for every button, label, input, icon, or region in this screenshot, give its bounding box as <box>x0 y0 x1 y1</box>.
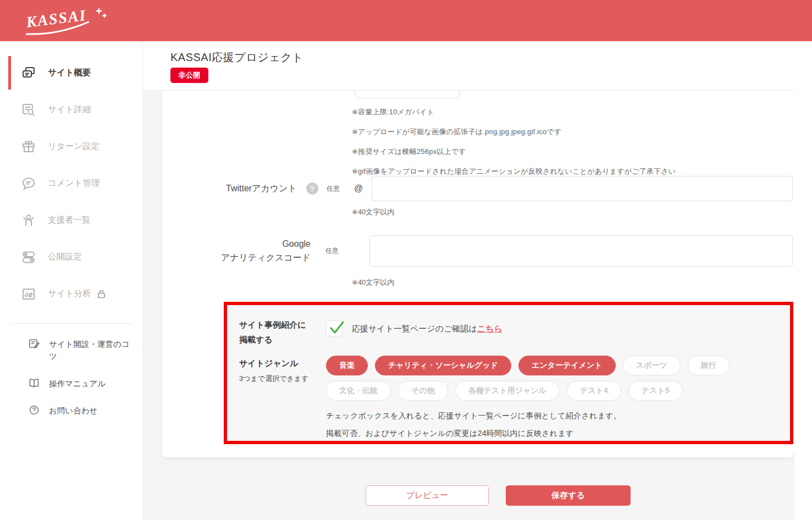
viewport-edge-strip <box>794 41 812 520</box>
sidebar-item-label: 操作マニュアル <box>49 378 131 390</box>
sidebar-item-site-analytics[interactable]: サイト分析 <box>0 275 142 312</box>
analytics-icon <box>20 286 37 302</box>
help-icon[interactable]: ? <box>306 182 318 195</box>
main-content: KASSAI応援プロジェクト 非公開 ※容量上限:10メガバイト※アップロードが… <box>143 41 812 520</box>
checkbox-caption: 応援サイト一覧ページのご確認はこちら <box>352 324 502 334</box>
google-analytics-row: Google アナリティクスコード 任意 <box>162 235 793 267</box>
sparkle-icon <box>97 9 106 17</box>
sidebar-item-return-settings[interactable]: リターン設定 <box>0 128 142 165</box>
google-analytics-note: ※40文字以内 <box>352 278 394 287</box>
upload-note: ※容量上限:10メガバイト <box>352 107 676 117</box>
sidebar-item-manual[interactable]: 操作マニュアル <box>0 378 142 390</box>
genre-pill[interactable]: その他 <box>398 381 448 401</box>
clipped-upload-field[interactable] <box>355 91 460 98</box>
sidebar-item-label: リターン設定 <box>48 141 100 152</box>
page-title: KASSAI応援プロジェクト <box>170 50 303 65</box>
showcase-checkbox[interactable] <box>326 320 343 337</box>
genre-pill[interactable]: 旅行 <box>688 356 730 375</box>
upload-notes: ※容量上限:10メガバイト※アップロードが可能な画像の拡張子は.png.jpg.… <box>352 107 676 186</box>
kochira-link[interactable]: こちら <box>477 324 502 333</box>
genre-row: サイトジャンル 3つまで選択できます 音楽 チャリティ・ソーシャルグッド エンタ… <box>239 356 785 401</box>
preview-button[interactable]: プレビュー <box>366 485 489 506</box>
sidebar-item-label: 公開設定 <box>48 251 82 263</box>
showcase-section: サイト事例紹介に 掲載する 応援サイト一覧ページのご確認はこちら <box>224 302 793 444</box>
sidebar-item-label: サイト開設・運営のコツ <box>49 338 131 363</box>
genre-pill[interactable]: 音楽 <box>326 356 368 375</box>
sidebar-item-site-overview[interactable]: サイト概要 <box>0 54 142 91</box>
sidebar-item-label: 支援者一覧 <box>48 214 91 226</box>
genre-label: サイトジャンル <box>239 356 326 370</box>
sidebar: サイト概要 サイト詳細 <box>0 41 143 520</box>
sidebar-item-site-detail[interactable]: サイト詳細 <box>0 91 142 128</box>
sidebar-item-site-tips[interactable]: サイト開設・運営のコツ <box>0 338 142 363</box>
active-indicator <box>8 56 11 90</box>
sidebar-divider <box>11 323 131 324</box>
twitter-account-row: Twitterアカウント ? 任意 @ <box>162 176 793 201</box>
sidebar-item-contact[interactable]: お問い合わせ <box>0 405 142 417</box>
twitter-note: ※40文字以内 <box>352 207 394 217</box>
sidebar-item-label: サイト分析 <box>48 288 91 300</box>
kassai-logo[interactable]: KASSAI <box>23 4 111 40</box>
gift-icon <box>20 139 37 155</box>
genre-pill[interactable]: エンターテイメント <box>518 356 616 375</box>
logo-text: KASSAI <box>25 7 87 31</box>
showcase-label: サイト事例紹介に 掲載する <box>239 317 326 347</box>
showcase-notes: チェックボックスを入れると、応援サイト一覧ページに事例として紹介されます。掲載可… <box>326 411 785 439</box>
tips-icon <box>29 338 41 350</box>
genre-pill[interactable]: テスト4 <box>567 381 621 401</box>
google-analytics-label: Google アナリティクスコード <box>162 237 311 265</box>
upload-note: ※アップロードが可能な画像の拡張子は.png.jpg.jpeg.gif.icoで… <box>352 127 676 137</box>
twitter-account-label: Twitterアカウント <box>162 183 297 195</box>
genre-pill[interactable]: 文化・伝統 <box>326 381 391 401</box>
question-circle-icon <box>29 405 41 417</box>
upload-note: ※gif画像をアップロードされた場合アニメーションが反映されないことがありますが… <box>352 167 676 176</box>
sidebar-item-label: コメント管理 <box>48 178 100 189</box>
book-icon <box>29 378 41 390</box>
checkmark-icon <box>329 320 345 336</box>
lock-icon <box>97 289 106 298</box>
optional-tag: 任意 <box>325 246 339 256</box>
page-header: KASSAI応援プロジェクト 非公開 <box>143 41 812 91</box>
at-prefix: @ <box>354 184 363 193</box>
optional-tag: 任意 <box>327 184 340 193</box>
site-detail-icon <box>20 102 37 118</box>
genre-sublabel: 3つまで選択できます <box>239 374 326 384</box>
app-header: KASSAI <box>0 0 812 41</box>
sidebar-item-label: サイト概要 <box>48 67 91 79</box>
status-badge: 非公開 <box>170 68 208 83</box>
showcase-note: チェックボックスを入れると、応援サイト一覧ページに事例として紹介されます。 <box>326 411 785 421</box>
showcase-checkbox-row: サイト事例紹介に 掲載する 応援サイト一覧ページのご確認はこちら <box>239 317 785 347</box>
sidebar-item-comment-manage[interactable]: コメント管理 <box>0 165 142 202</box>
save-button[interactable]: 保存する <box>506 485 631 506</box>
genre-pills: 音楽 チャリティ・ソーシャルグッド エンターテイメント スポーツ 旅行 文化・伝… <box>326 356 785 401</box>
sidebar-item-supporters[interactable]: 支援者一覧 <box>0 202 142 239</box>
toggles-icon <box>20 249 37 265</box>
site-overview-icon <box>20 65 37 81</box>
sidebar-item-label: お問い合わせ <box>49 405 131 417</box>
genre-pill[interactable]: スポーツ <box>623 356 681 375</box>
page: KASSAI サイト <box>0 0 812 520</box>
sidebar-item-publish-settings[interactable]: 公開設定 <box>0 239 142 275</box>
supporters-icon <box>20 212 37 229</box>
genre-pill[interactable]: 各種テスト用ジャンル <box>455 381 560 401</box>
genre-pill[interactable]: チャリティ・ソーシャルグッド <box>375 356 511 375</box>
sidebar-item-label: サイト詳細 <box>48 104 91 115</box>
genre-pill[interactable]: テスト5 <box>628 381 683 401</box>
comment-icon <box>20 175 37 192</box>
google-analytics-input[interactable] <box>369 235 793 267</box>
form-card: ※容量上限:10メガバイト※アップロードが可能な画像の拡張子は.png.jpg.… <box>162 91 794 457</box>
upload-note: ※推奨サイズは横幅256px以上です <box>352 147 676 157</box>
showcase-note: 掲載可否、およびサイトジャンルの変更は24時間以内に反映されます <box>326 429 785 439</box>
twitter-account-input[interactable] <box>372 176 793 201</box>
